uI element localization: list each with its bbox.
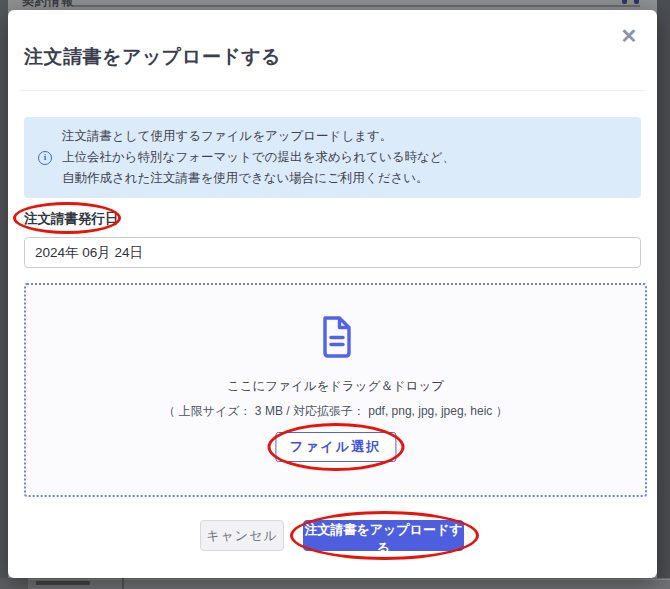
backdrop-section-title: 契約情報 (22, 0, 74, 10)
backdrop-table-text (36, 581, 90, 585)
info-line: 上位会社から特別なフォーマットでの提出を求められている時など、 (62, 147, 455, 168)
backdrop-table-divider (122, 578, 124, 589)
info-line: 自動作成された注文請書を使用できない場合にご利用ください。 (62, 168, 455, 189)
backdrop-right-strip (657, 0, 670, 589)
dropzone-drag-text: ここにファイルをドラッグ＆ドロップ (26, 378, 645, 395)
file-dropzone[interactable]: ここにファイルをドラッグ＆ドロップ （ 上限サイズ： 3 MB / 対応拡張子：… (24, 283, 647, 497)
backdrop-top-strip: 契約情報 (0, 0, 670, 10)
cancel-button[interactable]: キャンセル (200, 520, 284, 551)
backdrop-left-strip (0, 0, 8, 589)
issue-date-label: 注文請書発行日 (24, 210, 119, 228)
document-icon (318, 315, 354, 359)
info-banner: i 注文請書として使用するファイルをアップロードします。 上位会社から特別なフォ… (24, 117, 641, 198)
info-icon: i (38, 151, 52, 165)
info-line: 注文請書として使用するファイルをアップロードします。 (62, 126, 455, 147)
backdrop-table-line (0, 579, 670, 580)
submit-button[interactable]: 注文請書をアップロードする (303, 520, 464, 551)
page-title: 注文請書をアップロードする (24, 44, 281, 70)
backdrop-table-cell (0, 578, 28, 589)
upload-order-confirmation-modal: ✕ 注文請書をアップロードする i 注文請書として使用するファイルをアップロード… (8, 10, 657, 578)
close-icon[interactable]: ✕ (617, 24, 641, 48)
backdrop-dot (622, 0, 627, 4)
dropzone-constraints-text: （ 上限サイズ： 3 MB / 対応拡張子： pdf, png, jpg, jp… (26, 403, 645, 420)
backdrop-dot (634, 0, 639, 4)
title-divider (20, 90, 645, 91)
issue-date-input[interactable] (24, 237, 641, 268)
backdrop-divider (72, 5, 640, 7)
info-banner-text: 注文請書として使用するファイルをアップロードします。 上位会社から特別なフォーマ… (62, 126, 455, 189)
backdrop-bottom-strip (0, 578, 670, 589)
file-select-button[interactable]: ファイル選択 (275, 432, 396, 462)
